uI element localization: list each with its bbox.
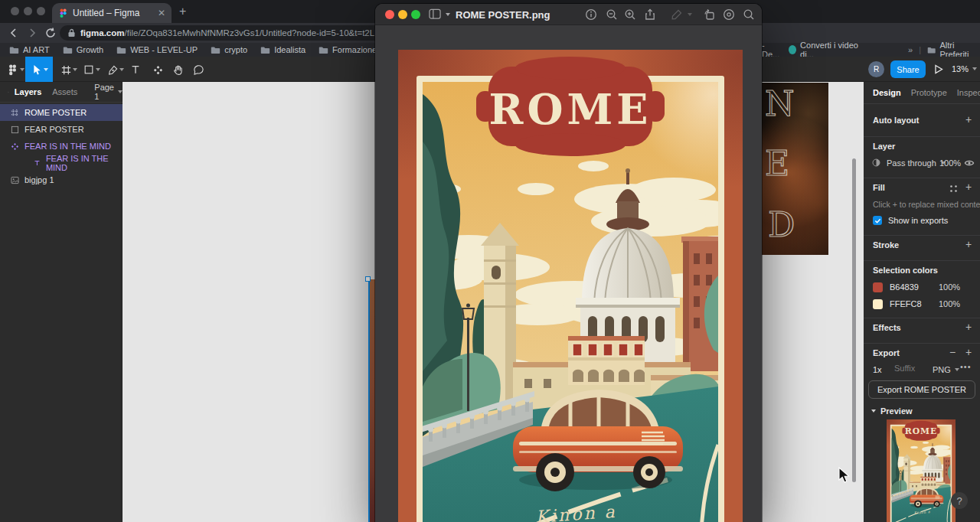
bookmarks-overflow-chevron[interactable]: » (908, 45, 913, 54)
color-opacity-red[interactable]: 100% (939, 282, 960, 292)
bookmark-item[interactable]: crypto (211, 45, 247, 54)
forward-icon[interactable] (26, 27, 38, 39)
blend-mode-icon[interactable] (871, 158, 881, 168)
tab-close-icon[interactable]: ✕ (158, 8, 165, 18)
hand-tool[interactable] (170, 62, 185, 77)
sidebar-chevron-icon[interactable] (446, 13, 450, 16)
export-more-icon[interactable]: ••• (960, 362, 972, 371)
folder-icon (116, 46, 126, 54)
zoom-out-icon[interactable] (606, 8, 618, 21)
layer-row-fear-text[interactable]: FEAR IS IN THE MIND (0, 155, 122, 171)
tab-layers[interactable]: Layers (15, 87, 41, 96)
export-add-icon[interactable]: + (965, 346, 972, 358)
figma-main-menu[interactable] (5, 62, 20, 77)
preview-title-bar[interactable]: ROME POSTER.png (375, 4, 762, 25)
preview-zoom-button[interactable] (411, 10, 420, 19)
shape-tool[interactable] (81, 62, 96, 77)
frame-layer-icon (11, 126, 19, 134)
new-tab-button[interactable]: + (179, 5, 186, 18)
page-selector[interactable]: Page 1 (94, 83, 122, 101)
window-zoom-button[interactable] (37, 7, 45, 15)
color-swatch-cream[interactable] (873, 299, 883, 309)
comment-tool[interactable] (191, 62, 206, 77)
tab-design[interactable]: Design (873, 88, 901, 97)
bookmark-item[interactable]: Growth (63, 45, 103, 54)
layer-row-fear-poster[interactable]: FEAR POSTER (0, 121, 122, 138)
export-suffix-input[interactable] (894, 364, 928, 373)
user-avatar[interactable]: R (868, 61, 884, 77)
back-icon[interactable] (8, 27, 20, 39)
show-in-exports-checkbox[interactable] (873, 216, 882, 225)
bookmark-item[interactable]: WEB - LEVEL-UP (116, 45, 198, 54)
help-button[interactable]: ? (951, 492, 968, 509)
auto-layout-add-icon[interactable]: + (965, 113, 972, 126)
selection-corner-handle[interactable] (365, 276, 371, 282)
info-icon[interactable] (585, 8, 597, 21)
move-tool-chevron-icon[interactable] (44, 68, 48, 71)
bookmark-item[interactable]: Idealista (260, 45, 305, 54)
markup-circle-icon[interactable] (723, 8, 735, 21)
folder-icon (211, 46, 220, 54)
layer-row-bigjpg[interactable]: bigjpg 1 (0, 171, 122, 188)
text-icon (130, 64, 141, 75)
folder-icon (63, 46, 73, 54)
pen-tool-chevron-icon[interactable] (119, 68, 124, 71)
share-icon[interactable] (644, 8, 656, 21)
export-remove-icon[interactable]: − (949, 346, 956, 358)
design-panel: Design Prototype Inspect Auto layout + L… (864, 82, 980, 522)
search-icon[interactable] (743, 8, 755, 21)
resources-tool[interactable] (150, 62, 165, 77)
color-hex-cream[interactable]: FFEFC8 (890, 299, 922, 308)
preview-close-button[interactable] (385, 10, 394, 19)
move-tool[interactable] (25, 57, 53, 82)
markup-chevron-icon[interactable] (688, 13, 692, 16)
text-tool[interactable] (128, 62, 143, 77)
preview-section-header[interactable]: Preview (871, 406, 913, 416)
sidebar-toggle-icon[interactable] (429, 8, 442, 20)
search-icon[interactable] (8, 87, 9, 97)
layer-opacity[interactable]: 100% (939, 158, 961, 168)
window-close-button[interactable] (11, 7, 19, 15)
color-hex-red[interactable]: B64839 (890, 282, 919, 292)
markup-pen-icon[interactable] (671, 8, 683, 21)
fill-styles-icon[interactable] (949, 184, 958, 193)
shape-tool-chevron-icon[interactable] (96, 68, 100, 71)
fill-add-icon[interactable]: + (965, 181, 972, 193)
browser-tab[interactable]: Untitled – Figma ✕ (52, 3, 172, 23)
frame-tool-chevron-icon[interactable] (73, 68, 77, 71)
menu-chevron-icon[interactable] (20, 68, 24, 71)
reload-icon[interactable] (44, 27, 57, 39)
preview-minimize-button[interactable] (398, 10, 407, 19)
export-format-dropdown[interactable]: PNG (933, 365, 959, 374)
export-button[interactable]: Export ROME POSTER (868, 380, 975, 399)
pen-tool[interactable] (105, 62, 120, 77)
stroke-add-icon[interactable]: + (965, 238, 972, 250)
rotate-icon[interactable] (703, 8, 715, 21)
color-swatch-red[interactable] (873, 282, 883, 292)
export-scale[interactable]: 1x (873, 365, 882, 374)
rome-poster-frame-edge[interactable] (370, 279, 375, 522)
fear-letter: D (768, 208, 795, 242)
present-play-icon[interactable] (933, 64, 944, 75)
window-minimize-button[interactable] (24, 7, 32, 15)
zoom-level-dropdown[interactable]: 13% (952, 64, 977, 73)
bookmark-item[interactable]: AI ART (9, 45, 50, 54)
tab-prototype[interactable]: Prototype (911, 88, 947, 97)
preview-window[interactable]: ROME POSTER.png (375, 4, 762, 522)
layer-row-rome-poster[interactable]: ROME POSTER (0, 104, 122, 121)
share-button[interactable]: Share (890, 60, 926, 78)
tab-inspect[interactable]: Inspect (957, 88, 980, 97)
bookmark-item[interactable]: Formazione (318, 45, 377, 54)
layer-row-fear-component[interactable]: FEAR IS IN THE MIND (0, 138, 122, 155)
blend-mode-dropdown[interactable]: Pass through (887, 158, 946, 168)
components-icon (152, 64, 164, 76)
effects-add-icon[interactable]: + (965, 321, 972, 333)
frame-tool[interactable] (58, 62, 74, 77)
zoom-in-icon[interactable] (624, 8, 636, 21)
rome-poster-image (398, 50, 743, 522)
fear-poster-on-canvas[interactable]: N E D (762, 83, 828, 255)
color-opacity-cream[interactable]: 100% (939, 299, 960, 308)
canvas-scrollbar[interactable] (852, 158, 856, 482)
visibility-eye-icon[interactable] (964, 158, 975, 168)
tab-assets[interactable]: Assets (52, 87, 77, 96)
